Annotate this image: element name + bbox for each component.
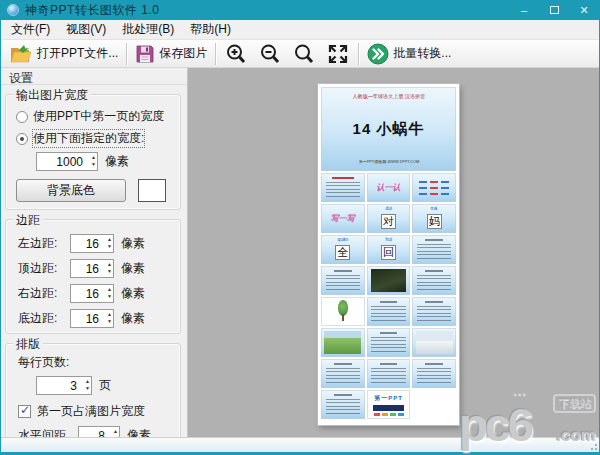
background-color-button[interactable]: 背景底色 [16,179,126,202]
spinner-arrows: ▲▼ [113,428,118,437]
zoom-reset-button[interactable] [287,41,321,67]
spin-up-icon[interactable]: ▲ [91,154,96,160]
radio-icon [16,111,28,123]
spin-up-icon[interactable]: ▲ [107,236,112,242]
menu-item-file[interactable]: 文件(F) [3,19,58,40]
slide-title-bar [334,394,351,396]
slide-title-bar [380,363,397,365]
h-spacing-row: 水平间距▲▼像素 [18,426,176,437]
slide-title-bar [332,177,354,179]
pages-per-row-input[interactable] [36,376,92,395]
spinner-arrows: ▲▼ [107,236,112,249]
spin-down-icon[interactable]: ▼ [91,161,96,167]
left-margin-label: 左边距: [18,235,70,252]
preview-grid-row: 第一PPT [321,390,456,419]
slide-logo-colors [374,413,404,416]
spin-up-icon[interactable]: ▲ [107,311,112,317]
spin-down-icon[interactable]: ▼ [107,293,112,299]
close-button[interactable]: ✕ [569,0,599,20]
preview-slide-text [321,359,365,388]
spin-down-icon[interactable]: ▼ [107,268,112,274]
preview-first-slide: 人教版一年级语文上册 汉语拼音 14 小蜗牛 第一PPT模板网-WWW.1PPT… [321,87,456,171]
first-slide-header: 人教版一年级语文上册 汉语拼音 [352,93,425,101]
slide-text-lines [326,399,360,415]
width-input[interactable] [36,152,98,171]
preview-area: 人教版一年级语文上册 汉语拼音 14 小蜗牛 第一PPT模板网-WWW.1PPT… [188,68,599,437]
menu-item-help[interactable]: 帮助(H) [182,19,239,40]
spinner-arrows: ▲▼ [107,311,112,324]
resize-grip[interactable] [588,441,598,451]
statusbar [1,437,599,452]
spin-up-icon[interactable]: ▲ [107,286,112,292]
radio-use-first-page-width-label: 使用PPT中第一页的宽度 [33,108,164,125]
preview-slide-photo_tree [321,297,365,326]
titlebar: 神奇PPT转长图软件 1.0 – ✕ [1,0,599,20]
open-ppt-button[interactable]: 打开PPT文件... [4,41,123,67]
right-margin-row: 右边距:▲▼像素 [18,284,176,303]
width-spinner-row: ▲ ▼ 像素 [36,152,176,171]
slide-text-lines [417,244,451,260]
batch-convert-button[interactable]: 批量转换... [362,41,456,67]
preview-slide-char: duì对 [367,204,411,233]
fit-window-button[interactable] [321,41,355,67]
radio-use-first-page-width[interactable]: 使用PPT中第一页的宽度 [16,108,176,125]
first-slide-footer: 第一PPT模板网-WWW.1PPT.COM [358,160,419,166]
open-folder-icon [9,44,33,64]
preview-grid-row [321,328,456,357]
background-color-swatch[interactable] [138,179,166,202]
spin-down-icon[interactable]: ▼ [107,243,112,249]
slide-text-lines [417,368,451,384]
preview-grid-row [321,266,456,295]
maximize-icon [550,6,559,14]
radio-use-custom-width[interactable]: 使用下面指定的宽度: [16,130,176,147]
preview-slide-text [367,328,411,357]
spin-up-icon[interactable]: ▲ [113,428,118,434]
top-margin-unit: 像素 [121,260,145,277]
radio-selected-icon [16,133,28,145]
preview-slide-text [412,266,456,295]
menu-item-batch[interactable]: 批处理(B) [114,19,182,40]
toolbar: 打开PPT文件... 保存图片 [1,40,599,68]
spin-down-icon[interactable]: ▼ [85,385,90,391]
menu-item-view[interactable]: 视图(V) [58,19,114,40]
bottom-margin-unit: 像素 [121,310,145,327]
slide-title-bar [425,239,442,241]
slide-text-lines [326,182,360,198]
zoom-out-button[interactable] [253,41,287,67]
right-margin-label: 右边距: [18,285,70,302]
maximize-button[interactable] [539,0,569,20]
save-image-button[interactable]: 保存图片 [130,41,212,67]
h-spacing-label: 水平间距 [18,427,78,437]
preview-slide-text_red [321,173,365,202]
minimize-button[interactable]: – [509,0,539,20]
slide-text-lines [417,306,451,322]
window-title: 神奇PPT转长图软件 1.0 [25,2,159,19]
preview-slide-photo_snow [412,328,456,357]
preview-slide-pinyin_list [412,173,456,202]
preview-slide-text [412,359,456,388]
spin-up-icon[interactable]: ▲ [107,261,112,267]
left-margin-unit: 像素 [121,235,145,252]
zoom-in-button[interactable] [219,41,253,67]
slide-logo-text: 第一PPT [374,394,403,403]
slide-text-lines [371,337,405,353]
expand-arrows-icon [326,42,350,66]
slide-title-bar [425,363,442,365]
slide-title-bar [380,301,397,303]
slide-word-text: 认一认 [377,182,401,193]
spin-down-icon[interactable]: ▼ [107,318,112,324]
h-spacing-unit: 像素 [127,427,151,437]
slide-text-lines [326,368,360,384]
preview-grid-row: 写一写duì对mā妈 [321,204,456,233]
slide-pinyin-text: huí [371,237,406,242]
slide-logo-banner [373,405,404,411]
pages-per-row-label: 每行页数: [18,354,176,371]
spin-up-icon[interactable]: ▲ [85,378,90,384]
layout-group-label: 排版 [13,336,43,353]
slide-word-text: 写一写 [331,213,355,224]
spinner-arrows: ▲▼ [107,286,112,299]
preview-slide-grid: 认一认写一写duì对mā妈quán全huí回第一PPT [321,173,456,419]
app-icon [7,4,19,16]
preview-grid-row [321,359,456,388]
first-page-full-width-checkbox[interactable]: ✓ 第一页占满图片宽度 [18,403,176,420]
